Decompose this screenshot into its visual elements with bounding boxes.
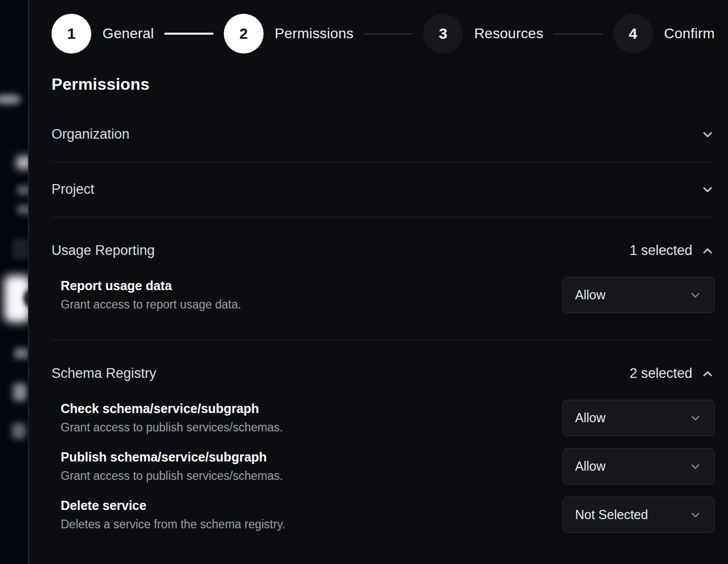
- background-sidebar: [0, 0, 28, 564]
- permission-description: Grant access to publish services/schemas…: [61, 421, 283, 434]
- usage-reporting-selected-count: 1 selected: [630, 243, 692, 259]
- section-schema-registry: Schema Registry 2 selected Check schema/…: [51, 340, 715, 533]
- delete-service-select[interactable]: Not Selected: [562, 497, 715, 533]
- wizard-stepper: 1 General 2 Permissions 3 Resources 4 Co…: [51, 14, 715, 54]
- permission-row-check-schema: Check schema/service/subgraph Grant acce…: [51, 400, 715, 436]
- permission-row-delete-service: Delete service Deletes a service from th…: [51, 497, 715, 533]
- chevron-down-icon: [700, 127, 715, 142]
- step-general-number: 1: [51, 14, 91, 54]
- section-schema-registry-title: Schema Registry: [51, 366, 157, 381]
- stepper-connector-todo: [554, 33, 603, 35]
- step-general-label: General: [102, 25, 154, 42]
- step-general[interactable]: 1 General: [51, 14, 154, 54]
- blurred-sidebar-item: [12, 423, 25, 439]
- section-usage-reporting-title: Usage Reporting: [51, 243, 155, 259]
- section-project: Project: [51, 162, 715, 217]
- step-resources-label: Resources: [474, 25, 543, 42]
- section-usage-reporting-toggle[interactable]: Usage Reporting 1 selected: [51, 217, 715, 259]
- section-usage-reporting: Usage Reporting 1 selected Report usage …: [51, 217, 715, 340]
- permission-title: Report usage data: [61, 278, 241, 293]
- permission-row-publish-schema: Publish schema/service/subgraph Grant ac…: [51, 448, 715, 484]
- publish-schema-select[interactable]: Allow: [562, 448, 715, 484]
- blurred-sidebar-icon: [12, 239, 28, 259]
- blurred-sidebar-text: [17, 205, 28, 214]
- step-permissions-label: Permissions: [275, 25, 354, 42]
- permission-row-report-usage-data: Report usage data Grant access to report…: [51, 277, 715, 313]
- permission-description: Grant access to report usage data.: [61, 298, 241, 312]
- delete-service-select-value: Not Selected: [575, 507, 648, 522]
- report-usage-data-select-value: Allow: [575, 288, 606, 302]
- step-confirm: 4 Confirm: [613, 14, 715, 54]
- chevron-down-icon: [689, 412, 702, 425]
- chevron-down-icon: [689, 289, 702, 302]
- stepper-connector-todo: [363, 33, 413, 35]
- check-schema-select[interactable]: Allow: [562, 400, 715, 436]
- step-resources: 3 Resources: [423, 14, 543, 54]
- blurred-sidebar-item: [13, 383, 27, 401]
- permission-description: Deletes a service from the schema regist…: [61, 518, 285, 531]
- section-schema-registry-toggle[interactable]: Schema Registry 2 selected: [51, 340, 715, 381]
- stepper-connector-done: [164, 33, 214, 35]
- blurred-sidebar-text: [17, 186, 28, 195]
- permission-title: Publish schema/service/subgraph: [61, 450, 283, 465]
- section-organization-toggle[interactable]: Organization: [51, 107, 715, 162]
- publish-schema-select-value: Allow: [575, 459, 606, 474]
- step-confirm-label: Confirm: [664, 25, 715, 42]
- step-permissions[interactable]: 2 Permissions: [224, 14, 354, 54]
- permission-title: Delete service: [61, 498, 285, 513]
- schema-registry-selected-count: 2 selected: [630, 366, 692, 381]
- section-project-toggle[interactable]: Project: [51, 162, 715, 217]
- chevron-down-icon: [689, 460, 702, 473]
- create-key-wizard-panel: 1 General 2 Permissions 3 Resources 4 Co…: [28, 0, 728, 564]
- check-schema-select-value: Allow: [575, 411, 606, 425]
- permission-title: Check schema/service/subgraph: [61, 401, 283, 416]
- section-project-title: Project: [51, 182, 94, 197]
- section-organization: Organization: [51, 107, 715, 162]
- step-resources-number: 3: [423, 14, 463, 54]
- page-title: Permissions: [51, 75, 715, 94]
- blurred-sidebar-heading: [16, 156, 28, 169]
- step-permissions-number: 2: [224, 14, 264, 54]
- report-usage-data-select[interactable]: Allow: [562, 277, 715, 313]
- blurred-sidebar-badge: [0, 95, 20, 104]
- step-confirm-number: 4: [613, 14, 653, 54]
- permission-description: Grant access to publish services/schemas…: [61, 469, 283, 483]
- blurred-sidebar-item: [14, 348, 28, 359]
- chevron-down-icon: [689, 508, 702, 522]
- chevron-down-icon: [700, 183, 715, 197]
- section-organization-title: Organization: [51, 126, 129, 142]
- chevron-up-icon: [700, 244, 715, 258]
- chevron-up-icon: [700, 367, 715, 381]
